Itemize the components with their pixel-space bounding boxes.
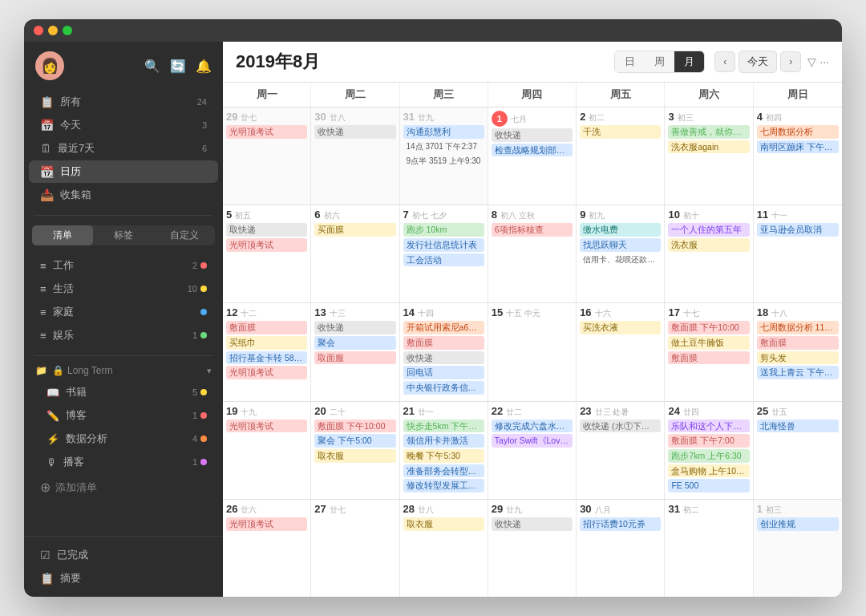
day-cell-w4d6[interactable]: 1初三创业推规	[754, 500, 842, 597]
sidebar-item-inbox[interactable]: 📥 收集箱	[29, 184, 218, 206]
event-w2d4e0[interactable]: 买洗衣液	[580, 321, 661, 334]
event-w3d5e3[interactable]: 盒马购物 上午10:00	[668, 464, 749, 478]
sidebar-item-calendar[interactable]: 📆 日历	[29, 160, 218, 183]
event-w0d6e1[interactable]: 南明区蹦床 下午3:00	[757, 140, 839, 154]
day-cell-w2d6[interactable]: 18十八七周数据分析 117-120敷面膜剪头发送我上青云 下午1:05	[754, 303, 842, 400]
day-cell-w3d5[interactable]: 24廿四乐队和这个人下午7:00敷面膜 下午7:00跑步7km 上午6:30盒马…	[665, 402, 753, 499]
sidebar-item-week[interactable]: 🗓 最近7天 6	[29, 137, 218, 160]
day-cell-w2d2[interactable]: 14十四开箱试用索尼a6400①敷面膜收快递回电话中央银行政务信息讲⑤	[400, 303, 488, 400]
day-cell-w0d3[interactable]: 1七月收快递检查战略规划部回复	[488, 107, 577, 205]
event-w2d1e1[interactable]: 聚会	[314, 336, 395, 350]
day-cell-w3d1[interactable]: 20二十敷面膜 下午10:00聚会 下午5:00取衣服	[311, 402, 399, 499]
event-w3d4e0[interactable]: 收快递 (水①下午6:00	[580, 419, 661, 433]
event-w4d0e0[interactable]: 光明顶考试	[226, 517, 307, 531]
event-w1d2e2[interactable]: 工会活动	[403, 253, 484, 267]
day-cell-w0d0[interactable]: 29廿七光明顶考试	[223, 107, 311, 205]
event-w3d5e4[interactable]: FE 500	[668, 479, 749, 492]
list-item-entertainment[interactable]: ≡ 娱乐 1	[29, 324, 218, 346]
day-cell-w4d4[interactable]: 30八月招行话费10元券	[577, 500, 665, 597]
view-tab-month[interactable]: 月	[674, 51, 704, 72]
bell-icon[interactable]: 🔔	[196, 59, 212, 74]
add-list-button[interactable]: ⊕ 添加清单	[29, 476, 218, 499]
event-w0d5e1[interactable]: 洗衣服again	[668, 140, 749, 154]
event-w2d5e0[interactable]: 敷面膜 下午10:00	[668, 321, 749, 334]
event-w1d2e0[interactable]: 跑步 10km	[403, 223, 484, 237]
event-w1d1e0[interactable]: 买面膜	[314, 223, 395, 237]
event-w3d5e1[interactable]: 敷面膜 下午7:00	[668, 434, 749, 448]
tab-list[interactable]: 清单	[32, 225, 93, 245]
list-item-podcast[interactable]: 🎙 播客 1	[35, 451, 218, 473]
view-tab-week[interactable]: 周	[645, 51, 674, 72]
day-cell-w2d0[interactable]: 12十二敷面膜买纸巾招行基金卡转 5800 到活光明顶考试	[223, 303, 311, 400]
close-button[interactable]	[34, 26, 43, 35]
event-w1d4e1[interactable]: 找思跃聊天	[580, 238, 661, 252]
event-w2d0e3[interactable]: 光明顶考试	[226, 366, 307, 379]
sidebar-item-completed[interactable]: ☑ 已完成	[29, 544, 218, 566]
day-cell-w4d0[interactable]: 26廿六光明顶考试	[223, 500, 311, 597]
event-w0d2e1[interactable]: 14点 3701 下午2:37	[403, 140, 484, 153]
event-w2d0e2[interactable]: 招行基金卡转 5800 到活	[226, 351, 307, 365]
list-item-work[interactable]: ≡ 工作 2	[29, 254, 218, 277]
event-w2d0e0[interactable]: 敷面膜	[226, 321, 307, 334]
event-w0d2e2[interactable]: 9点半 3519 上午9:30	[403, 155, 484, 168]
day-cell-w0d2[interactable]: 31廿九沟通彭慧利14点 3701 下午2:379点半 3519 上午9:30	[400, 107, 488, 205]
event-w0d1e0[interactable]: 收快递	[314, 125, 395, 139]
event-w3d2e0[interactable]: 快步走5km 下午6:50	[403, 419, 484, 433]
day-cell-w1d5[interactable]: 10初十一个人住的第五年洗衣服	[665, 205, 753, 302]
day-cell-w1d3[interactable]: 8初八 立秋6项指标核查	[488, 205, 577, 302]
event-w3d5e0[interactable]: 乐队和这个人下午7:00	[668, 419, 749, 433]
event-w2d6e3[interactable]: 送我上青云 下午1:05	[757, 366, 839, 379]
event-w2d1e0[interactable]: 收快递	[314, 321, 395, 334]
maximize-button[interactable]	[63, 26, 72, 35]
event-w2d0e1[interactable]: 买纸巾	[226, 336, 307, 350]
event-w3d3e0[interactable]: 修改完成六盘水农商⑦	[492, 419, 573, 433]
event-w4d6e0[interactable]: 创业推规	[757, 517, 839, 531]
day-cell-w2d3[interactable]: 15十五 中元	[488, 303, 577, 400]
event-w0d3e0[interactable]: 收快递	[492, 128, 573, 142]
event-w1d5e0[interactable]: 一个人住的第五年	[668, 223, 749, 237]
sidebar-item-today[interactable]: 📅 今天 3	[29, 114, 218, 136]
tab-tag[interactable]: 标签	[93, 225, 154, 245]
event-w0d6e0[interactable]: 七周数据分析	[757, 125, 839, 139]
event-w1d0e1[interactable]: 光明顶考试	[226, 238, 307, 252]
event-w0d4e0[interactable]: 干洗	[580, 125, 661, 139]
list-item-family[interactable]: ≡ 家庭	[29, 301, 218, 323]
day-cell-w2d4[interactable]: 16十六买洗衣液	[577, 303, 665, 400]
day-cell-w3d6[interactable]: 25廿五北海怪兽	[754, 402, 842, 499]
list-item-life[interactable]: ≡ 生活 10	[29, 278, 218, 300]
event-w4d2e0[interactable]: 取衣服	[403, 517, 484, 531]
event-w2d2e0[interactable]: 开箱试用索尼a6400①	[403, 321, 484, 334]
event-w3d6e0[interactable]: 北海怪兽	[757, 419, 839, 433]
event-w1d3e0[interactable]: 6项指标核查	[492, 223, 573, 237]
list-item-books[interactable]: 📖 书籍 5	[35, 381, 218, 403]
event-w2d6e0[interactable]: 七周数据分析 117-120	[757, 321, 839, 334]
day-cell-w1d6[interactable]: 11十一亚马逊会员取消	[754, 205, 842, 302]
sidebar-item-all[interactable]: 📋 所有 24	[29, 91, 218, 113]
day-cell-w3d0[interactable]: 19十九光明顶考试	[223, 402, 311, 499]
day-cell-w1d2[interactable]: 7初七 七夕跑步 10km发行社信息统计表工会活动	[400, 205, 488, 302]
event-w3d2e1[interactable]: 领信用卡并激活	[403, 434, 484, 448]
event-w1d0e0[interactable]: 取快递	[226, 223, 307, 237]
event-w2d2e1[interactable]: 敷面膜	[403, 336, 484, 350]
group-longterm[interactable]: 📁 🔒 Long Term ▾	[24, 361, 223, 380]
event-w2d2e4[interactable]: 中央银行政务信息讲⑤	[403, 381, 484, 395]
list-item-data[interactable]: ⚡ 数据分析 4	[35, 428, 218, 450]
event-w3d5e2[interactable]: 跑步7km 上午6:30	[668, 449, 749, 463]
event-w2d5e1[interactable]: 做土豆牛腩饭	[668, 336, 749, 350]
day-cell-w1d1[interactable]: 6初六买面膜	[311, 205, 399, 302]
minimize-button[interactable]	[48, 26, 58, 35]
day-cell-w0d6[interactable]: 4初四七周数据分析南明区蹦床 下午3:00	[754, 107, 842, 205]
event-w3d0e0[interactable]: 光明顶考试	[226, 419, 307, 433]
view-tab-day[interactable]: 日	[615, 51, 645, 72]
day-cell-w0d5[interactable]: 3初三善做善戒，就你话多洗衣服again	[665, 107, 753, 205]
event-w3d3e1[interactable]: Taylor Swift《Lover》	[492, 434, 573, 448]
event-w2d1e2[interactable]: 取面服	[314, 351, 395, 365]
search-icon[interactable]: 🔍	[144, 59, 160, 74]
event-w1d2e1[interactable]: 发行社信息统计表	[403, 238, 484, 252]
day-cell-w2d5[interactable]: 17十七敷面膜 下午10:00做土豆牛腩饭敷面膜	[665, 303, 753, 400]
event-w2d6e2[interactable]: 剪头发	[757, 351, 839, 365]
event-w4d4e0[interactable]: 招行话费10元券	[580, 517, 661, 531]
day-cell-w4d1[interactable]: 27廿七	[311, 500, 399, 597]
event-w1d4e0[interactable]: 缴水电费	[580, 223, 661, 237]
event-w1d6e0[interactable]: 亚马逊会员取消	[757, 223, 839, 237]
